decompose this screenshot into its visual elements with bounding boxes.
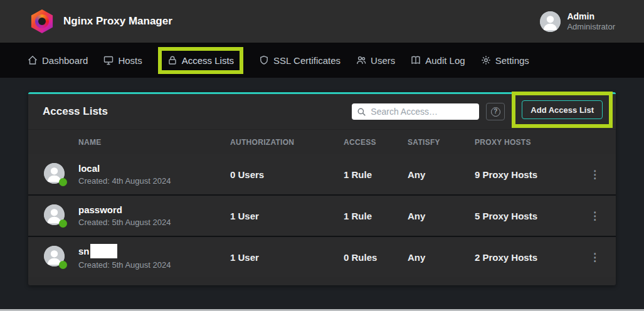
help-icon: ? xyxy=(491,107,500,117)
add-access-list-button[interactable]: Add Access List xyxy=(522,100,603,119)
search-input[interactable] xyxy=(371,107,474,117)
access-list-name: sn xyxy=(78,244,171,258)
access-value: 0 Rules xyxy=(344,252,408,263)
lock-icon xyxy=(167,55,177,65)
user-name: Admin xyxy=(567,11,615,22)
access-value: 1 Rule xyxy=(344,169,408,180)
search-icon xyxy=(357,107,366,117)
page-title: Access Lists xyxy=(43,105,108,118)
monitor-icon xyxy=(103,55,113,65)
row-avatar xyxy=(44,204,66,227)
satisfy-value: Any xyxy=(408,169,475,180)
nav-item-access-lists[interactable]: Access Lists xyxy=(158,47,243,74)
app-title: Nginx Proxy Manager xyxy=(63,15,172,28)
app-header: Nginx Proxy Manager Admin Administrator xyxy=(0,0,644,43)
table-body: local Created: 4th August 2024 0 Users 1… xyxy=(28,154,616,277)
column-header-authorization: AUTHORIZATION xyxy=(230,138,344,147)
row-avatar xyxy=(44,163,66,186)
help-button[interactable]: ? xyxy=(486,103,505,120)
page-content: Access Lists ? Add Access List NAME AUTH… xyxy=(0,78,644,309)
proxy-hosts-value: 5 Proxy Hosts xyxy=(475,211,574,221)
table-row-password[interactable]: password Created: 5th August 2024 1 User… xyxy=(28,196,616,236)
created-date: Created: 4th August 2024 xyxy=(78,176,171,187)
satisfy-value: Any xyxy=(408,211,475,221)
created-date: Created: 5th August 2024 xyxy=(78,260,171,271)
satisfy-value: Any xyxy=(408,252,475,263)
proxy-hosts-value: 2 Proxy Hosts xyxy=(475,252,574,263)
nav-item-dashboard[interactable]: Dashboard xyxy=(28,55,88,66)
table-header: NAME AUTHORIZATION ACCESS SATISFY PROXY … xyxy=(28,129,616,154)
user-menu[interactable]: Admin Administrator xyxy=(540,11,615,32)
authorization-value: 1 User xyxy=(230,211,344,221)
name-cell: local Created: 4th August 2024 xyxy=(28,162,230,187)
panel-header: Access Lists ? Add Access List xyxy=(28,94,616,129)
nav-label: Dashboard xyxy=(42,55,88,66)
authorization-value: 1 User xyxy=(230,252,344,263)
book-icon xyxy=(411,55,421,65)
row-avatar xyxy=(44,246,66,268)
table-row-local[interactable]: local Created: 4th August 2024 0 Users 1… xyxy=(28,154,616,194)
authorization-value: 0 Users xyxy=(230,169,344,180)
nginx-proxy-manager-logo-icon xyxy=(30,9,54,33)
online-status-dot xyxy=(59,261,67,269)
nav-label: Hosts xyxy=(118,55,142,66)
nav-item-audit-log[interactable]: Audit Log xyxy=(411,55,465,66)
home-icon xyxy=(28,55,38,65)
proxy-hosts-value: 9 Proxy Hosts xyxy=(475,169,574,180)
shield-icon xyxy=(259,55,269,65)
nav-item-settings[interactable]: Settings xyxy=(481,55,529,66)
created-date: Created: 5th August 2024 xyxy=(78,217,171,228)
nav-label: SSL Certificates xyxy=(273,55,340,66)
online-status-dot xyxy=(59,178,67,186)
table-row-sn[interactable]: sn Created: 5th August 2024 1 User 0 Rul… xyxy=(28,237,616,277)
name-cell: password Created: 5th August 2024 xyxy=(28,204,230,228)
name-cell: sn Created: 5th August 2024 xyxy=(28,244,230,271)
access-value: 1 Rule xyxy=(344,211,408,221)
panel-tools: ? Add Access List xyxy=(352,95,616,128)
access-lists-panel: Access Lists ? Add Access List NAME AUTH… xyxy=(28,92,616,285)
nav-item-hosts[interactable]: Hosts xyxy=(103,55,142,66)
redaction-box xyxy=(90,244,117,258)
nav-label: Access Lists xyxy=(182,55,234,66)
nav-label: Audit Log xyxy=(425,55,465,66)
user-avatar xyxy=(540,11,561,32)
access-list-name: local xyxy=(78,162,171,174)
column-header-proxy-hosts: PROXY HOSTS xyxy=(475,138,574,147)
column-header-satisfy: SATISFY xyxy=(408,138,475,147)
search-box xyxy=(352,103,479,120)
nav-label: Users xyxy=(371,55,395,66)
column-header-name: NAME xyxy=(28,138,230,147)
main-nav: Dashboard Hosts Access Lists SSL Certifi… xyxy=(0,43,644,78)
row-actions-menu-icon[interactable]: ⋮ xyxy=(574,169,616,180)
gear-icon xyxy=(481,55,491,65)
nav-item-ssl-certificates[interactable]: SSL Certificates xyxy=(259,55,340,66)
access-list-name: password xyxy=(78,204,171,216)
row-actions-menu-icon[interactable]: ⋮ xyxy=(574,252,616,263)
nav-item-users[interactable]: Users xyxy=(356,55,395,66)
online-status-dot xyxy=(59,219,67,228)
users-icon xyxy=(356,55,366,65)
highlight-box-add-access-list: Add Access List xyxy=(512,92,613,128)
column-header-access: ACCESS xyxy=(344,138,408,147)
nav-label: Settings xyxy=(495,55,529,66)
row-actions-menu-icon[interactable]: ⋮ xyxy=(574,211,616,221)
user-role: Administrator xyxy=(567,22,615,32)
